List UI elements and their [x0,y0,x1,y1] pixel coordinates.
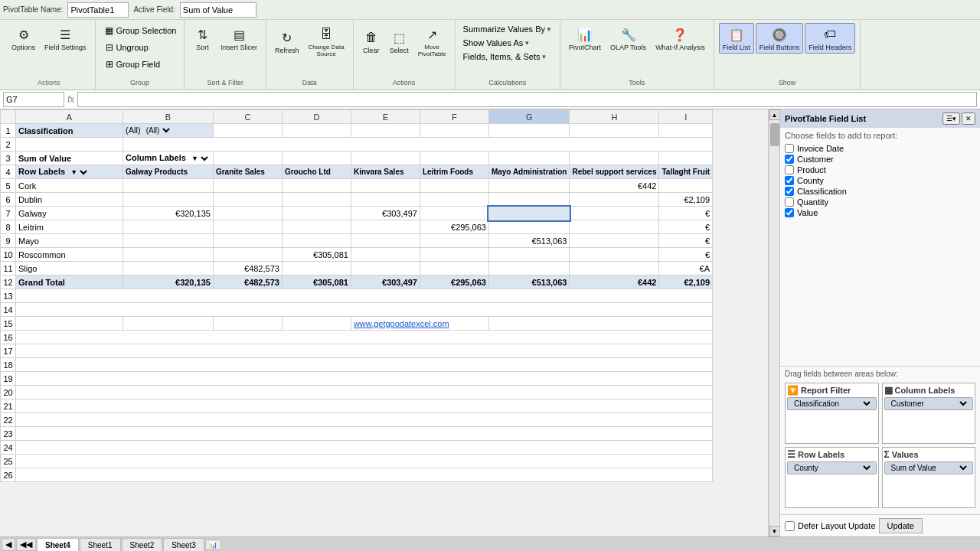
cell-b3-col-labels: Column Labels ▼ [123,152,214,165]
col-header-f[interactable]: F [420,110,488,124]
tab-nav-prev[interactable]: ◀ [2,538,15,551]
field-label-customer[interactable]: Customer [797,155,834,164]
group-selection-button[interactable]: ▦ Group Selection [100,23,180,38]
report-filter-select[interactable]: Classification [791,399,873,409]
move-pivot-button[interactable]: ↗ MovePivotTable [414,23,450,60]
field-settings-button[interactable]: ☰ Field Settings [41,23,90,54]
what-if-button[interactable]: ❓ What-If Analysis [652,23,709,54]
sheet-tab-sheet1[interactable]: Sheet1 [80,538,121,552]
row-labels-icon: ☰ [787,449,795,460]
pivot-chart-button[interactable]: 📊 PivotChart [565,23,605,54]
defer-layout-checkbox[interactable] [785,521,795,531]
options-button[interactable]: ⚙ Options [8,23,39,54]
actions-label: Actions [358,77,450,86]
field-label-classification[interactable]: Classification [797,187,847,196]
field-list-title: PivotTable Field List [785,114,866,123]
cell-g5 [488,179,570,193]
field-checkbox-quantity[interactable] [785,197,794,207]
values-chip[interactable]: Sum of Value [884,461,974,474]
scroll-track[interactable] [769,120,779,526]
show-values-as-button[interactable]: Show Values As ▼ [460,37,534,49]
field-buttons-button[interactable]: 🔘 Field Buttons [756,23,804,54]
pivot-table-name-input[interactable] [67,2,129,18]
drag-areas-title: Drag fields between areas below: [785,370,975,378]
clear-button[interactable]: 🗑 Clear [358,26,384,57]
scroll-up-arrow[interactable]: ▲ [769,109,780,120]
sheet-tab-sheet4[interactable]: Sheet4 [37,538,79,552]
field-checkbox-value[interactable] [785,208,794,217]
cell-a4-row-labels[interactable]: Row Labels ▼ [16,165,123,179]
olap-tools-button[interactable]: 🔧 OLAP Tools [606,23,650,54]
change-data-button[interactable]: 🗄 Change DataSource [304,23,348,60]
active-field-input[interactable] [180,2,256,18]
sheet-tab-sheet2[interactable]: Sheet2 [122,538,163,552]
field-label-invoice-date[interactable]: Invoice Date [797,144,844,153]
values-select[interactable]: Sum of Value [888,463,970,473]
insert-slicer-button[interactable]: ▤ Insert Slicer [217,23,261,54]
row-labels-select[interactable]: County [791,463,873,473]
col-header-i[interactable]: I [659,110,713,124]
tab-nav-first[interactable]: ◀◀ [16,538,36,551]
name-box[interactable] [3,92,64,107]
field-checkbox-product[interactable] [785,165,794,174]
defer-layout-label[interactable]: Defer Layout Update [798,521,876,530]
update-button[interactable]: Update [879,518,923,533]
summarize-values-button[interactable]: Summarize Values By ▼ [460,23,555,35]
col-header-e[interactable]: E [351,110,420,124]
scroll-thumb[interactable] [770,123,779,146]
ribbon-group-sort: ⇅ Sort ▤ Insert Slicer Sort & Filter [185,20,266,90]
field-list-button[interactable]: 📋 Field List [719,23,754,54]
cell-a7: Galway [16,207,123,220]
col-header-h[interactable]: H [570,110,659,124]
cell-b8 [123,220,214,234]
field-headers-button[interactable]: 🏷 Field Headers [805,23,855,54]
field-checkbox-county[interactable] [785,176,794,185]
cell-c7 [213,207,282,220]
tab-nav-chart[interactable]: 📊 [205,540,221,550]
field-list-layout-button[interactable]: ☰▾ [942,112,960,125]
field-label-county[interactable]: County [797,176,824,185]
sort-button[interactable]: ⇅ Sort [189,23,215,54]
row-header-10: 10 [1,248,16,262]
sheet-tab-sheet3[interactable]: Sheet3 [163,538,204,552]
fields-items-button[interactable]: Fields, Items, & Sets ▼ [460,51,550,63]
refresh-button[interactable]: ↻ Refresh [271,26,303,57]
col-header-d[interactable]: D [282,110,351,124]
column-labels-label: Column Labels [895,386,956,395]
field-label-quantity[interactable]: Quantity [797,197,828,207]
field-checkbox-invoice-date[interactable] [785,144,794,153]
scroll-down-arrow[interactable]: ▼ [769,526,780,536]
field-list-close-button[interactable]: ✕ [962,112,975,125]
row-labels-chip[interactable]: County [787,461,877,474]
col-header-b[interactable]: B [123,110,214,124]
formula-input[interactable] [77,92,977,107]
field-label-product[interactable]: Product [797,165,826,174]
cell-a12-grand: Grand Total [16,276,123,289]
field-item-county: County [785,175,975,186]
field-label-value[interactable]: Value [797,208,818,217]
group-field-button[interactable]: ⊞ Group Field [100,57,163,72]
cell-a6: Dublin [16,193,123,207]
column-labels-chip[interactable]: Customer [884,397,974,410]
vertical-scrollbar[interactable]: ▲ ▼ [769,109,779,536]
drag-areas: Drag fields between areas below: 🔽 Repor… [780,366,980,514]
field-checkbox-customer[interactable] [785,155,794,164]
report-filter-chip[interactable]: Classification [787,397,877,410]
cell-e10 [351,248,420,262]
select-button[interactable]: ⬚ Select [386,26,413,57]
row-header-11: 11 [1,262,16,276]
col-header-g[interactable]: G [488,110,570,124]
cell-g7-selected[interactable] [488,207,570,220]
field-checkbox-classification[interactable] [785,187,794,196]
cell-f11 [420,262,488,276]
column-labels-select[interactable]: Customer [888,399,970,409]
ribbon-group-tools: 📊 PivotChart 🔧 OLAP Tools ❓ What-If Anal… [560,20,714,90]
ungroup-button[interactable]: ⊟ Ungroup [100,40,152,55]
row-header-15: 15 [1,317,16,331]
cell-e15-website[interactable]: www.getgoodatexcel.com [351,317,488,331]
report-filter-box: 🔽 Report Filter Classification [785,383,879,444]
field-item-product: Product [785,165,975,175]
col-header-a[interactable]: A [16,110,123,124]
cell-b1[interactable]: (All) (All) [123,124,214,138]
col-header-c[interactable]: C [213,110,282,124]
